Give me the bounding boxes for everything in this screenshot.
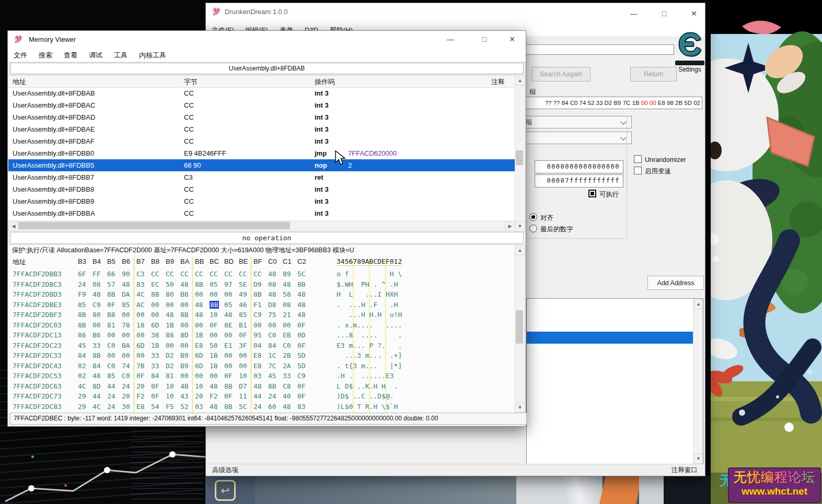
hex-byte[interactable]: 54 [151, 402, 166, 412]
hex-byte[interactable]: CC [253, 269, 268, 279]
scroll-up-arrow[interactable]: ▲ [694, 299, 703, 309]
hex-byte[interactable]: 1B [210, 361, 224, 371]
hex-byte[interactable]: 24 [122, 381, 136, 392]
scroll-thumb[interactable] [516, 150, 523, 165]
hex-byte[interactable]: 00 [195, 371, 210, 381]
hex-byte[interactable]: E8 [253, 350, 268, 361]
hex-byte[interactable]: 6D [136, 341, 151, 351]
mv-menu-item-1[interactable]: 搜索 [33, 48, 58, 62]
hex-byte[interactable]: 8B [195, 279, 210, 290]
hex-byte[interactable]: 00 [253, 320, 268, 331]
hex-byte[interactable]: 48 [122, 279, 136, 290]
hex-byte[interactable]: 0F [151, 391, 166, 402]
hex-byte[interactable]: 48 [92, 371, 107, 381]
hex-byte[interactable]: 8B [253, 289, 268, 300]
hex-byte[interactable]: 20 [136, 381, 151, 392]
hex-byte[interactable]: 04 [253, 341, 268, 351]
disasm-row[interactable]: UserAssembly.dll+8FDBB0E9 4B246FFFjmp7FF… [8, 147, 515, 159]
hex-byte[interactable]: 8B [151, 289, 166, 300]
hex-byte[interactable]: D8 [268, 300, 283, 310]
hex-byte[interactable]: C0 [122, 371, 136, 381]
hex-byte[interactable]: 02 [78, 371, 92, 381]
hex-byte[interactable]: 00 [151, 300, 166, 310]
hex-row[interactable]: 7FFACDF2DBC32408574883EC50488B05975ED908… [8, 279, 515, 290]
hex-byte[interactable]: 57 [107, 279, 122, 290]
mv-menu-item-3[interactable]: 调试 [83, 48, 108, 62]
hex-byte[interactable]: 48 [166, 310, 180, 320]
hex-byte[interactable]: 4C [78, 381, 92, 392]
hex-byte[interactable]: 48 [268, 269, 283, 279]
hex-row[interactable]: 7FFACDF2DC234533C0BA6D1B0000E850E13F0484… [8, 341, 515, 351]
hex-byte[interactable]: 48 [297, 310, 312, 320]
hex-byte[interactable]: 29 [78, 402, 92, 412]
last-digits-radio[interactable]: 最后的数字 [529, 225, 573, 234]
hex-byte[interactable]: 24 [107, 402, 122, 412]
hex-byte[interactable]: 74 [122, 361, 136, 371]
hex-byte[interactable]: 10 [210, 310, 224, 320]
hex-byte[interactable]: 83 [136, 279, 151, 290]
hex-byte[interactable]: B8 [180, 289, 195, 300]
hex-byte[interactable]: EC [151, 279, 166, 290]
hex-byte[interactable]: 48 [297, 289, 312, 300]
hex-byte[interactable]: 44 [253, 391, 268, 402]
scroll-down-arrow[interactable]: ▼ [694, 453, 703, 464]
hex-byte[interactable]: 0F [297, 391, 312, 402]
hex-byte[interactable]: CC [224, 269, 239, 279]
hex-byte[interactable]: 5D [297, 350, 312, 361]
hex-byte[interactable]: F2 [136, 391, 151, 402]
hex-byte[interactable]: 83 [297, 402, 312, 412]
hex-row[interactable]: 7FFACDF2DC430284C0747B33D2B96D1B0000E87C… [8, 361, 515, 371]
hex-byte[interactable]: 97 [224, 279, 239, 290]
hex-byte[interactable]: 90 [122, 269, 136, 279]
hex-byte[interactable]: CC [180, 269, 195, 279]
hex-byte[interactable]: 40 [283, 391, 297, 402]
hex-byte[interactable]: 48 [268, 289, 283, 300]
hex-byte[interactable]: 0F [224, 391, 239, 402]
hex-byte[interactable]: 00 [210, 330, 224, 341]
hex-row[interactable]: 7FFACDF2DC53024885C00F84810000000F100345… [8, 371, 515, 381]
hex-byte[interactable]: E8 [253, 361, 268, 371]
add-address-button[interactable]: Add Address [647, 276, 704, 290]
hex-byte[interactable]: 10 [166, 391, 180, 402]
align-radio[interactable]: 对齐 [529, 213, 553, 222]
unrandomizer-checkbox[interactable]: Unrandomizer [634, 155, 686, 163]
hex-byte[interactable]: C0 [283, 341, 297, 351]
hex-byte[interactable]: 00 [268, 320, 283, 331]
hex-byte[interactable]: FF [92, 269, 107, 279]
hex-byte[interactable]: 00 [107, 330, 122, 341]
disasm-row[interactable]: UserAssembly.dll+8FDBBACCint 3 [8, 207, 515, 219]
hex-byte[interactable]: 00 [283, 320, 297, 331]
hex-byte[interactable]: 30 [122, 402, 136, 412]
hex-byte[interactable]: 00 [107, 350, 122, 361]
hex-byte[interactable]: C9 [92, 300, 107, 310]
hex-byte[interactable]: 78 [122, 320, 136, 331]
hex-byte[interactable]: 08 [283, 300, 297, 310]
hex-byte[interactable]: 0D [297, 330, 312, 341]
hex-row[interactable]: 7FFACDF2DC038B008178186D1B00000F8EB10000… [8, 320, 515, 331]
hex-byte[interactable]: D7 [239, 381, 253, 392]
hex-byte[interactable]: 81 [107, 320, 122, 331]
hex-byte[interactable]: 85 [122, 300, 136, 310]
hex-byte[interactable]: 24 [268, 391, 283, 402]
hex-byte[interactable]: 20 [122, 391, 136, 402]
hex-byte[interactable]: E8 [195, 341, 210, 351]
hex-row[interactable]: 7FFACDF2DBE385C90F85AC000000488B0546F1D8… [8, 300, 515, 310]
hex-byte[interactable]: 50 [210, 341, 224, 351]
hex-byte[interactable]: B6 [92, 330, 107, 341]
hex-byte[interactable]: 00 [239, 361, 253, 371]
hex-byte[interactable]: 1B [151, 341, 166, 351]
hex-byte[interactable]: 8B [107, 289, 122, 300]
hex-byte[interactable]: 6D [195, 361, 210, 371]
hex-byte[interactable]: 48 [210, 402, 224, 412]
disasm-row[interactable]: UserAssembly.dll+8FDBB566 90nop2 [8, 159, 515, 171]
hex-byte[interactable]: 1B [195, 330, 210, 341]
hex-byte[interactable]: 45 [268, 371, 283, 381]
dd-minimize-button[interactable]: — [624, 6, 644, 21]
hex-byte[interactable]: 2B [283, 350, 297, 361]
settings-label[interactable]: Settings [674, 66, 706, 73]
hex-byte[interactable]: 84 [92, 361, 107, 371]
mv-close-button[interactable]: ✕ [502, 32, 522, 46]
hex-byte[interactable]: 48 [297, 300, 312, 310]
hex-byte[interactable]: 44 [107, 381, 122, 392]
hex-byte[interactable]: 08 [92, 279, 107, 290]
